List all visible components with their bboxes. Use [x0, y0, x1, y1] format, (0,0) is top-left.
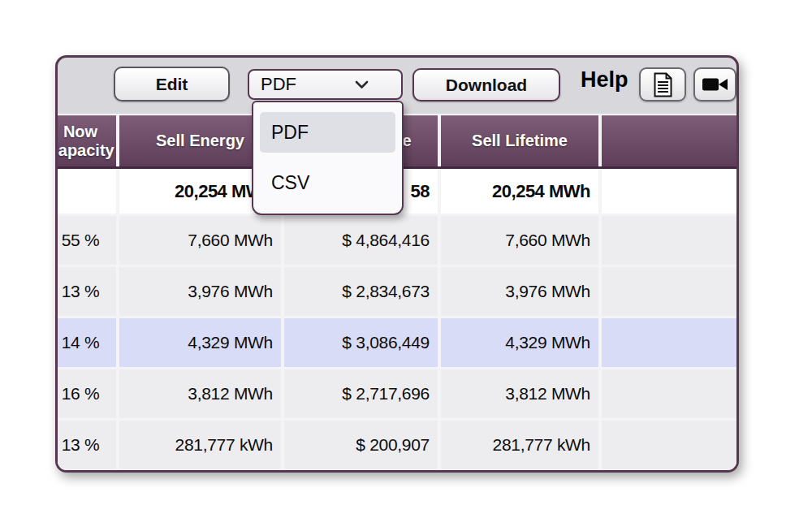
table-row: 55 % 7,660 MWh $ 4,864,416 7,660 MWh [58, 216, 736, 265]
table-cell: $ 2,834,673 [284, 267, 438, 316]
table-cell: 281,777 kWh [119, 421, 281, 469]
edit-button[interactable]: Edit [114, 67, 230, 101]
table-cell: 281,777 kWh [441, 421, 598, 469]
chevron-down-icon [355, 80, 369, 89]
table-cell: 4,329 MWh [441, 318, 598, 367]
header-sell-lifetime: Sell Lifetime [441, 115, 598, 166]
table-cell: $ 2,717,696 [284, 369, 438, 418]
table-cell: 3,976 MWh [119, 267, 281, 316]
table-row: 16 % 3,812 MWh $ 2,717,696 3,812 MWh [58, 369, 736, 418]
totals-cell [58, 169, 116, 214]
header-empty [602, 115, 736, 166]
table-cell [602, 421, 736, 469]
table-cell [602, 369, 736, 418]
table-cell: 55 % [58, 216, 116, 265]
table-cell: 7,660 MWh [441, 216, 598, 265]
table-cell: 7,660 MWh [119, 216, 281, 265]
dropdown-option-pdf[interactable]: PDF [260, 112, 395, 153]
table-cell: 3,812 MWh [441, 369, 598, 418]
table-cell: $ 3,086,449 [284, 318, 438, 367]
help-label: Help [581, 67, 628, 93]
table-cell: 13 % [58, 421, 116, 469]
format-select-value: PDF [261, 74, 296, 95]
table-cell: 16 % [58, 369, 116, 418]
help-video-button[interactable] [693, 67, 736, 101]
help-document-button[interactable] [639, 67, 686, 101]
format-select[interactable]: PDF [248, 69, 403, 100]
totals-cell: 20,254 MWh [441, 169, 598, 214]
dropdown-option-csv[interactable]: CSV [260, 162, 395, 203]
format-dropdown-menu: PDF CSV [252, 101, 404, 215]
table-cell [602, 318, 736, 367]
document-icon [653, 72, 673, 97]
table-cell: $ 4,864,416 [284, 216, 438, 265]
table-cell: 4,329 MWh [119, 318, 281, 367]
report-widget: Edit PDF Download Help [55, 55, 739, 473]
table-cell: $ 200,907 [284, 421, 438, 469]
table-row-highlighted: 14 % 4,329 MWh $ 3,086,449 4,329 MWh [58, 318, 736, 367]
table-cell: 14 % [58, 318, 116, 367]
table-row: 13 % 281,777 kWh $ 200,907 281,777 kWh [58, 421, 736, 469]
header-now-capacity: Now Capacity [58, 115, 116, 166]
table-cell [602, 216, 736, 265]
table-cell: 3,976 MWh [441, 267, 598, 316]
download-button[interactable]: Download [412, 68, 560, 101]
table-row: 13 % 3,976 MWh $ 2,834,673 3,976 MWh [58, 267, 736, 316]
table-cell: 13 % [58, 267, 116, 316]
table-cell [602, 267, 736, 316]
totals-cell [602, 169, 736, 214]
video-camera-icon [702, 76, 728, 93]
table-cell: 3,812 MWh [119, 369, 281, 418]
